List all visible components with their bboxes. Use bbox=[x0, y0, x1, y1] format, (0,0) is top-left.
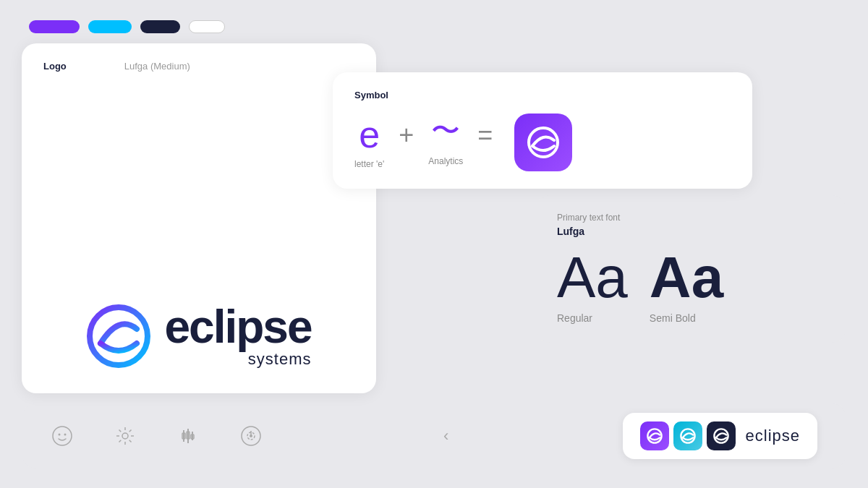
type-subtitle: Primary text font bbox=[557, 213, 825, 223]
back-arrow[interactable]: ‹ bbox=[443, 427, 448, 445]
logo-font-label: Lufga (Medium) bbox=[124, 61, 190, 72]
logo-card-header: Logo Lufga (Medium) bbox=[43, 61, 354, 72]
app-icon-dark-svg bbox=[712, 427, 730, 445]
swatch-dark bbox=[140, 20, 180, 33]
svg-point-5 bbox=[122, 433, 128, 439]
clock-icon[interactable] bbox=[239, 424, 263, 448]
letter-e-label: letter 'e' bbox=[354, 159, 384, 169]
app-name: eclipse bbox=[746, 427, 800, 445]
app-icons-row bbox=[640, 421, 736, 450]
eclipse-text-group: eclipse systems bbox=[164, 304, 311, 369]
symbol-card: Symbol e letter 'e' + 〜 Analytics = bbox=[333, 72, 752, 189]
symbol-title: Symbol bbox=[354, 90, 731, 100]
logo-card: Logo Lufga (Medium) e bbox=[22, 43, 376, 393]
type-sample-semibold: Aa Semi Bold bbox=[650, 249, 723, 324]
eclipse-sub-text: systems bbox=[164, 350, 311, 369]
chart-icon[interactable] bbox=[176, 424, 200, 448]
swatch-purple bbox=[29, 20, 80, 33]
svg-point-3 bbox=[59, 433, 61, 435]
app-icon-blue bbox=[673, 421, 702, 450]
content-area: Logo Lufga (Medium) e bbox=[22, 43, 846, 393]
analytics-item: 〜 Analytics bbox=[428, 118, 463, 166]
type-font-name: Lufga bbox=[557, 226, 825, 237]
main-container: Logo Lufga (Medium) e bbox=[22, 20, 846, 468]
plus-operator: + bbox=[399, 120, 414, 150]
svg-point-2 bbox=[53, 427, 72, 445]
color-swatches bbox=[22, 20, 846, 33]
app-icon-dark bbox=[707, 421, 736, 450]
svg-point-1 bbox=[529, 128, 558, 157]
type-semibold-text: Aa bbox=[650, 249, 723, 307]
svg-point-0 bbox=[90, 307, 148, 365]
swatch-blue bbox=[88, 20, 132, 33]
app-icon-purple-svg bbox=[646, 427, 663, 445]
type-regular-label: Regular bbox=[557, 312, 592, 324]
result-icon-svg bbox=[525, 124, 561, 160]
type-regular-text: Aa bbox=[557, 249, 628, 307]
eclipse-main-text: eclipse bbox=[164, 304, 311, 350]
logo-label: Logo bbox=[43, 61, 67, 72]
letter-e-item: e letter 'e' bbox=[354, 116, 384, 169]
typography-card: Primary text font Lufga Aa Regular Aa Se… bbox=[535, 195, 846, 343]
eclipse-logo-icon bbox=[86, 304, 151, 369]
type-semibold-label: Semi Bold bbox=[650, 312, 696, 324]
bottom-bar: ‹ bbox=[22, 403, 846, 468]
svg-point-4 bbox=[64, 433, 67, 435]
symbol-result-icon bbox=[514, 114, 572, 171]
symbol-row: e letter 'e' + 〜 Analytics = bbox=[354, 114, 731, 171]
app-icon-blue-svg bbox=[679, 427, 697, 445]
face-icon[interactable] bbox=[51, 424, 74, 448]
app-preview: eclipse bbox=[623, 413, 817, 459]
equals-operator: = bbox=[477, 120, 493, 150]
bottom-icons bbox=[51, 424, 263, 448]
app-icon-purple bbox=[640, 421, 669, 450]
analytics-wave-char: 〜 bbox=[431, 111, 460, 150]
gear-icon[interactable] bbox=[114, 424, 137, 448]
letter-e-char: e bbox=[359, 116, 380, 153]
swatch-light bbox=[189, 20, 225, 33]
analytics-label: Analytics bbox=[428, 156, 463, 166]
type-sample-regular: Aa Regular bbox=[557, 249, 628, 324]
logo-display: eclipse systems bbox=[43, 296, 354, 376]
type-samples: Aa Regular Aa Semi Bold bbox=[557, 249, 825, 324]
